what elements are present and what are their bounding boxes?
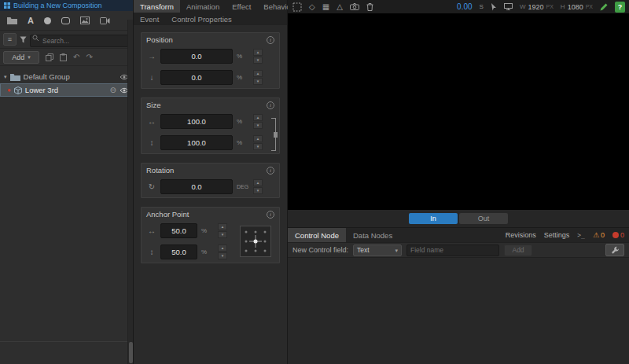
rotation-input[interactable] [160, 179, 233, 194]
cursor-icon[interactable] [491, 3, 497, 11]
text-tool-icon[interactable]: A [28, 17, 34, 25]
size-height-input[interactable] [160, 135, 233, 150]
search-input[interactable] [30, 35, 130, 47]
grid-toggle-icon[interactable]: ▦ [322, 3, 329, 11]
warnings-badge[interactable]: ⚠ 0 [593, 231, 605, 239]
anchor-grid-dot[interactable] [245, 241, 247, 243]
anchor-y-input[interactable] [160, 245, 197, 259]
position-x-stepper: ▲ ▼ [253, 49, 263, 64]
anchor-position-grid[interactable] [240, 226, 271, 257]
tab-control-properties[interactable]: Control Properties [165, 13, 238, 25]
unit-label: % [237, 53, 249, 60]
folder-tool-icon[interactable] [7, 17, 17, 24]
tab-event[interactable]: Event [134, 13, 165, 25]
layers-panel-footer [0, 341, 127, 364]
spin-up-icon[interactable]: ▲ [253, 70, 263, 77]
layer-tree: ▾ Default Group ● Lower 3rd ⊖ [0, 66, 133, 97]
spin-up-icon[interactable]: ▲ [253, 114, 263, 121]
tab-transform[interactable]: Transform [134, 0, 180, 13]
height-icon: ↕ [147, 139, 156, 147]
monitor-icon[interactable] [504, 3, 513, 10]
spin-down-icon[interactable]: ▼ [218, 231, 227, 238]
anchor-grid-dot-center[interactable] [254, 240, 258, 244]
width-icon: ↔ [147, 118, 156, 126]
size-width-input[interactable] [160, 114, 233, 129]
field-name-input[interactable] [406, 245, 499, 256]
rectangle-tool-icon[interactable] [61, 17, 70, 24]
unit-label: % [237, 139, 249, 146]
terminal-icon[interactable]: >_ [577, 232, 585, 239]
layers-scrollbar[interactable] [127, 20, 133, 364]
spin-down-icon[interactable]: ▼ [253, 57, 263, 64]
transform-tool-icon[interactable]: ◇ [309, 3, 315, 11]
tree-row-lower-3rd[interactable]: ● Lower 3rd ⊖ [0, 83, 133, 97]
camera-icon[interactable] [350, 3, 359, 10]
add-button[interactable]: Add ▾ [3, 51, 39, 64]
filter-icon[interactable] [20, 36, 27, 43]
tree-row-default-group[interactable]: ▾ Default Group [0, 70, 133, 83]
image-tool-icon[interactable] [80, 17, 90, 24]
spin-up-icon[interactable]: ▲ [253, 49, 263, 56]
settings-link[interactable]: Settings [544, 231, 570, 239]
anchor-grid-dot[interactable] [264, 250, 267, 252]
tab-control-node[interactable]: Control Node [288, 228, 346, 242]
anchor-grid-dot[interactable] [255, 230, 257, 233]
field-type-select[interactable]: Text ▾ [353, 245, 402, 256]
undo-icon[interactable]: ↶ [73, 53, 79, 61]
creation-toolbar: A [0, 11, 133, 31]
revisions-link[interactable]: Revisions [506, 231, 536, 239]
info-icon[interactable]: i [267, 167, 274, 175]
info-icon[interactable]: i [267, 211, 274, 219]
spin-down-icon[interactable]: ▼ [253, 143, 263, 150]
group-expand-icon[interactable]: ▾ [4, 74, 7, 79]
size-section: Size i ↔ % ▲ ▼ ↕ % ▲ [141, 97, 280, 154]
anchor-grid-dot[interactable] [245, 250, 247, 252]
copy-icon[interactable] [46, 53, 53, 61]
ellipse-tool-icon[interactable] [44, 17, 51, 24]
anchor-grid-dot[interactable] [255, 250, 257, 252]
add-field-button[interactable]: Add [504, 245, 532, 256]
list-view-icon[interactable]: ≡ [3, 33, 17, 46]
info-icon[interactable]: i [267, 36, 274, 44]
preview-canvas[interactable] [288, 13, 629, 210]
status-dot-icon: ● [7, 87, 11, 94]
spin-up-icon[interactable]: ▲ [218, 245, 227, 252]
edit-pencil-icon[interactable] [600, 3, 608, 11]
out-button[interactable]: Out [459, 213, 508, 224]
spin-up-icon[interactable]: ▲ [253, 179, 263, 186]
rotation-row: ↻ DEG ▲ ▼ [142, 176, 279, 197]
rotate-icon: ↻ [147, 183, 156, 191]
selection-tool-icon[interactable] [292, 2, 302, 12]
errors-badge[interactable]: 0 [612, 231, 624, 239]
remove-circle-icon[interactable]: ⊖ [110, 86, 116, 94]
anchor-x-input[interactable] [160, 223, 197, 238]
snap-toggle-icon[interactable]: △ [337, 3, 343, 11]
spin-up-icon[interactable]: ▲ [218, 223, 227, 230]
aspect-link-icon[interactable] [271, 118, 276, 151]
trash-icon[interactable] [366, 3, 373, 11]
wrench-icon[interactable] [605, 244, 624, 256]
spin-down-icon[interactable]: ▼ [218, 252, 227, 259]
position-y-input[interactable] [160, 70, 233, 85]
redo-icon[interactable]: ↷ [86, 53, 92, 61]
spin-down-icon[interactable]: ▼ [253, 122, 263, 129]
spin-up-icon[interactable]: ▲ [253, 135, 263, 142]
info-icon[interactable]: i [267, 101, 274, 109]
anchor-grid-dot[interactable] [245, 230, 247, 233]
tab-effect[interactable]: Effect [226, 0, 257, 13]
position-x-input[interactable] [160, 49, 233, 64]
anchor-grid-dot[interactable] [264, 241, 267, 243]
help-button[interactable]: ? [615, 2, 625, 13]
search-icon [32, 35, 39, 42]
warning-count: 0 [601, 231, 605, 239]
video-tool-icon[interactable] [100, 17, 110, 24]
size-width-row: ↔ % ▲ ▼ [142, 111, 279, 132]
paste-icon[interactable] [60, 53, 67, 61]
layers-scrollbar-thumb[interactable] [129, 342, 133, 363]
spin-down-icon[interactable]: ▼ [253, 187, 263, 194]
in-button[interactable]: In [409, 213, 458, 224]
tab-animation[interactable]: Animation [180, 0, 226, 13]
spin-down-icon[interactable]: ▼ [253, 78, 263, 85]
anchor-grid-dot[interactable] [264, 230, 267, 233]
tab-data-nodes[interactable]: Data Nodes [346, 228, 399, 242]
